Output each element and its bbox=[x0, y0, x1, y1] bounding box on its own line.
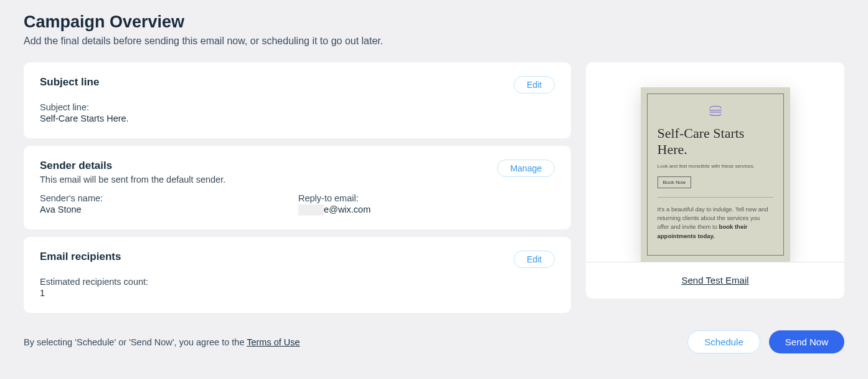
preview-book-button: Book Now bbox=[658, 176, 691, 188]
preview-divider bbox=[658, 197, 773, 198]
page-title: Campaign Overview bbox=[24, 12, 844, 32]
reply-to-value: ████e@wix.com bbox=[298, 204, 370, 214]
sender-name-label: Sender's name: bbox=[40, 193, 298, 203]
sender-name-value: Ava Stone bbox=[40, 204, 298, 214]
terms-of-use-link[interactable]: Terms of Use bbox=[247, 337, 300, 347]
preview-subtitle: Look and feel incredible with these serv… bbox=[658, 163, 773, 169]
subject-field-label: Subject line: bbox=[40, 102, 555, 112]
preview-heading: Self-Care Starts Here. bbox=[658, 125, 773, 158]
preview-body-text: It's a beautiful day to indulge. Tell ne… bbox=[658, 205, 773, 241]
recipients-card-title: Email recipients bbox=[40, 251, 121, 263]
send-now-button[interactable]: Send Now bbox=[769, 330, 844, 353]
email-preview: Self-Care Starts Here. Look and feel inc… bbox=[641, 87, 790, 262]
manage-sender-button[interactable]: Manage bbox=[497, 160, 555, 177]
subject-card-title: Subject line bbox=[40, 76, 99, 89]
email-preview-card: Self-Care Starts Here. Look and feel inc… bbox=[586, 62, 844, 299]
subject-line-card: Subject line Edit Subject line: Self-Car… bbox=[24, 62, 571, 138]
recipients-card: Email recipients Edit Estimated recipien… bbox=[24, 237, 571, 313]
recipients-count-value: 1 bbox=[40, 288, 555, 298]
page-subtitle: Add the final details before sending thi… bbox=[24, 36, 844, 47]
edit-recipients-button[interactable]: Edit bbox=[514, 251, 555, 268]
reply-to-label: Reply-to email: bbox=[298, 193, 370, 203]
burger-icon bbox=[708, 103, 723, 117]
sender-details-card: Sender details This email will be sent f… bbox=[24, 146, 571, 229]
edit-subject-button[interactable]: Edit bbox=[514, 76, 555, 94]
send-test-email-link[interactable]: Send Test Email bbox=[681, 275, 748, 285]
sender-card-title: Sender details bbox=[40, 160, 225, 172]
recipients-count-label: Estimated recipients count: bbox=[40, 277, 555, 287]
subject-field-value: Self-Care Starts Here. bbox=[40, 113, 555, 123]
terms-text: By selecting 'Schedule' or 'Send Now', y… bbox=[24, 337, 300, 347]
schedule-button[interactable]: Schedule bbox=[687, 330, 760, 353]
sender-card-subtitle: This email will be sent from the default… bbox=[40, 175, 225, 185]
